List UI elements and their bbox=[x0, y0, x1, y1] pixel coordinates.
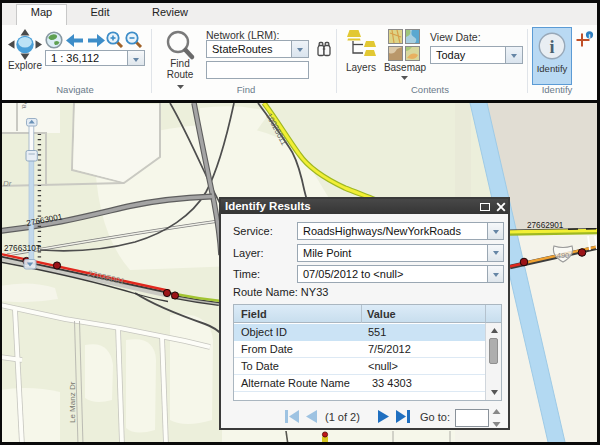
svg-text:27662901: 27662901 bbox=[527, 221, 564, 230]
svg-text:Pa: Pa bbox=[20, 103, 29, 109]
svg-text:i: i bbox=[589, 32, 591, 39]
svg-text:Dr: Dr bbox=[3, 179, 12, 188]
svg-text:i: i bbox=[549, 37, 554, 57]
svg-text:2766310T: 2766310T bbox=[4, 244, 41, 253]
svg-text:Le Manz Dr: Le Manz Dr bbox=[68, 381, 77, 423]
svg-text:490: 490 bbox=[557, 251, 570, 260]
